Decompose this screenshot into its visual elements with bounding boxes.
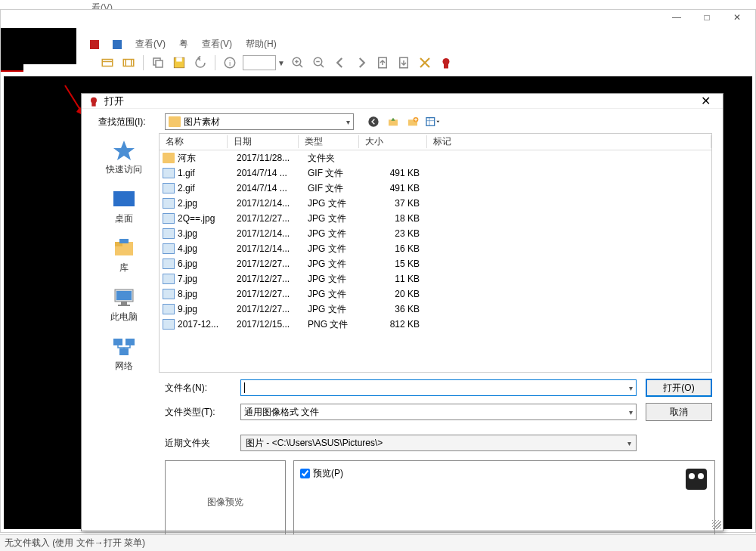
file-list[interactable]: 河东2017/11/28...文件夹1.gif2014/7/14 ...GIF … [160, 150, 711, 372]
file-row[interactable]: 2.gif2014/7/14 ...GIF 文件491 KB [160, 181, 711, 196]
menu-view2[interactable]: 查看(V) [196, 36, 238, 52]
tool-settings-icon[interactable] [417, 54, 433, 71]
file-row[interactable]: 2.jpg2017/12/14...JPG 文件37 KB [160, 196, 711, 211]
svg-rect-31 [118, 305, 130, 306]
nav-newfolder-icon[interactable] [405, 114, 420, 129]
tool-scan1-icon[interactable] [99, 54, 116, 71]
panda-thumbnail-icon [686, 469, 707, 490]
file-date: 2017/12/27... [234, 304, 305, 314]
file-row[interactable]: 河东2017/11/28...文件夹 [160, 150, 711, 166]
nav-up-icon[interactable] [386, 114, 401, 129]
file-row[interactable]: 8.jpg2017/12/27...JPG 文件20 KB [160, 286, 711, 302]
svg-text:i: i [229, 59, 231, 67]
file-type: JPG 文件 [305, 243, 365, 255]
tool-pageup-icon[interactable] [374, 54, 391, 71]
tool-copy-icon[interactable] [150, 54, 166, 71]
tool-undo-icon[interactable] [192, 54, 209, 71]
menu-pref-icon[interactable]: 粤 [173, 36, 194, 52]
file-name: 2.gif [178, 183, 234, 193]
col-date[interactable]: 日期 [228, 135, 299, 148]
recent-value: 图片 - <C:\Users\ASUS\Pictures\> [246, 437, 383, 450]
sidebar-item-pc[interactable]: 此电脑 [94, 286, 154, 323]
filetype-value: 通用图像格式 文件 [244, 406, 319, 419]
minimize-button[interactable]: — [662, 10, 692, 25]
file-row[interactable]: 2Q==.jpg2017/12/27...JPG 文件18 KB [160, 211, 711, 226]
image-icon [163, 168, 175, 178]
nav-back-icon[interactable] [366, 114, 381, 129]
file-name: 7.jpg [178, 274, 234, 284]
svg-rect-24 [113, 191, 135, 206]
file-type: GIF 文件 [305, 182, 365, 195]
file-size: 11 KB [365, 274, 433, 284]
svg-rect-29 [116, 291, 132, 300]
tool-zoomin-icon[interactable] [290, 54, 306, 71]
file-list-header: 名称 日期 类型 大小 标记 [160, 134, 711, 150]
recent-combo[interactable]: 图片 - <C:\Users\ASUS\Pictures\>▾ [240, 435, 637, 451]
svg-rect-32 [113, 339, 122, 345]
tool-save-icon[interactable] [171, 54, 187, 71]
menu-app-icon[interactable] [84, 36, 105, 52]
toolbar-separator [215, 55, 215, 70]
col-name[interactable]: 名称 [160, 135, 228, 148]
sidebar-item-label: 库 [119, 262, 129, 274]
tool-zoom-combo[interactable] [243, 55, 276, 70]
image-icon [163, 228, 175, 239]
file-date: 2017/12/27... [234, 289, 305, 299]
menu-help[interactable]: 帮助(H) [240, 36, 283, 52]
tool-irfan-icon[interactable] [438, 54, 454, 71]
sidebar-item-lib[interactable]: 库 [94, 237, 154, 274]
cancel-button[interactable]: 取消 [646, 403, 712, 421]
sidebar-item-net[interactable]: 网络 [94, 336, 154, 373]
file-row[interactable]: 2017-12...2017/12/15...PNG 文件812 KB [160, 317, 711, 332]
tool-pagedown-icon[interactable] [395, 54, 412, 71]
file-row[interactable]: 9.jpg2017/12/27...JPG 文件36 KB [160, 302, 711, 317]
chevron-down-icon: ▾ [627, 439, 631, 447]
file-type: JPG 文件 [305, 197, 365, 210]
preview-checkbox[interactable]: 预览(P) [300, 467, 708, 480]
file-row[interactable]: 1.gif2014/7/14 ...GIF 文件491 KB [160, 166, 711, 181]
image-icon [163, 304, 175, 314]
file-size: 491 KB [365, 168, 433, 178]
dialog-titlebar: 打开 ✕ [82, 94, 723, 109]
col-type[interactable]: 类型 [299, 135, 359, 148]
close-button[interactable]: ✕ [722, 10, 752, 25]
file-row[interactable]: 7.jpg2017/12/27...JPG 文件11 KB [160, 271, 711, 286]
tool-next-icon[interactable] [353, 54, 370, 71]
svg-rect-5 [176, 57, 182, 61]
file-date: 2017/12/14... [234, 243, 305, 254]
col-tag[interactable]: 标记 [427, 135, 711, 148]
tool-zoomout-icon[interactable] [311, 54, 327, 71]
svg-rect-34 [119, 348, 129, 355]
col-size[interactable]: 大小 [359, 135, 427, 148]
menu-thumb-icon[interactable] [107, 36, 128, 52]
file-list-panel: 名称 日期 类型 大小 标记 河东2017/11/28...文件夹1.gif20… [159, 133, 712, 373]
file-size: 37 KB [365, 198, 433, 209]
file-type: 文件夹 [305, 152, 365, 165]
tool-prev-icon[interactable] [332, 54, 349, 71]
resize-grip-icon[interactable] [712, 520, 721, 529]
file-row[interactable]: 6.jpg2017/12/27...JPG 文件15 KB [160, 256, 711, 271]
file-name: 6.jpg [178, 258, 234, 269]
maximize-button[interactable]: □ [692, 10, 722, 25]
filetype-combo[interactable]: 通用图像格式 文件▾ [240, 404, 637, 420]
file-date: 2014/7/14 ... [234, 183, 305, 193]
net-icon [112, 336, 136, 357]
nav-viewmenu-icon[interactable] [425, 114, 440, 129]
tool-scan2-icon[interactable] [120, 54, 137, 71]
sidebar-item-quick[interactable]: 快速访问 [94, 139, 154, 176]
menu-view[interactable]: 查看(V) [129, 36, 172, 52]
file-row[interactable]: 3.jpg2017/12/14...JPG 文件23 KB [160, 226, 711, 241]
file-type: JPG 文件 [305, 303, 365, 316]
lookin-combo[interactable]: 图片素材 ▾ [165, 113, 354, 130]
sidebar-item-desktop[interactable]: 桌面 [94, 188, 154, 225]
combo-arrow-icon: ▼ [277, 59, 285, 67]
filename-input[interactable]: ▾ [240, 379, 637, 396]
dialog-close-button[interactable]: ✕ [694, 94, 717, 108]
preview-checkbox-input[interactable] [300, 469, 310, 478]
open-button[interactable]: 打开(O) [646, 379, 712, 397]
open-file-dialog: 打开 ✕ 查找范围(I): 图片素材 ▾ 快速访问桌面库此电脑网络 [81, 93, 723, 531]
file-row[interactable]: 4.jpg2017/12/14...JPG 文件16 KB [160, 241, 711, 256]
tool-info-icon[interactable]: i [222, 54, 238, 71]
status-bar: 无文件载入 (使用 文件→打开 菜单) [0, 534, 756, 551]
window-titlebar: — □ ✕ [1, 10, 755, 25]
